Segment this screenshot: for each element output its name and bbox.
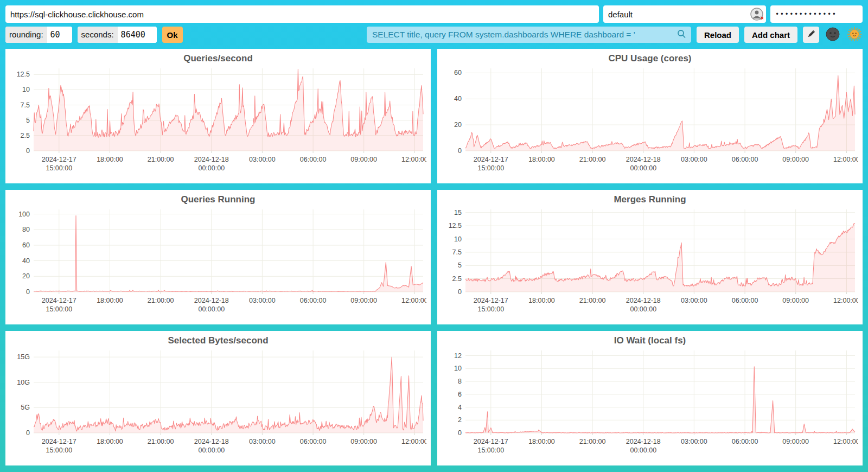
svg-text:18:00:00: 18:00:00 xyxy=(97,297,123,304)
seconds-input[interactable] xyxy=(118,27,157,43)
svg-text:2024-12-18: 2024-12-18 xyxy=(194,297,229,304)
svg-text:15:00:00: 15:00:00 xyxy=(477,305,504,313)
svg-text:09:00:00: 09:00:00 xyxy=(782,438,809,445)
reload-button[interactable]: Reload xyxy=(697,27,739,43)
svg-text:20: 20 xyxy=(454,121,462,129)
svg-text:00:00:00: 00:00:00 xyxy=(198,447,225,454)
chart-plot-cpu-usage-cores[interactable]: 2024-12-1715:00:0018:00:0021:00:002024-1… xyxy=(442,65,858,181)
svg-text:09:00:00: 09:00:00 xyxy=(350,156,377,163)
svg-text:18:00:00: 18:00:00 xyxy=(528,297,555,304)
svg-text:0: 0 xyxy=(458,147,462,155)
svg-text:5: 5 xyxy=(458,261,462,269)
seconds-label: seconds: xyxy=(78,27,118,43)
server-url-input[interactable] xyxy=(5,5,599,23)
chart-panel-queries-running: Queries Running2024-12-1715:00:0018:00:0… xyxy=(5,190,431,324)
svg-text:15G: 15G xyxy=(17,353,30,361)
svg-text:2024-12-17: 2024-12-17 xyxy=(42,438,76,445)
rounding-widget: rounding: xyxy=(5,27,72,43)
svg-text:60: 60 xyxy=(22,241,30,249)
user-avatar-error-icon: ✕ xyxy=(750,8,763,21)
chart-title: Selected Bytes/second xyxy=(10,333,426,347)
sun-face-icon xyxy=(847,27,861,43)
svg-text:03:00:00: 03:00:00 xyxy=(249,156,276,163)
svg-text:0: 0 xyxy=(26,147,30,155)
chart-panel-selected-bytes-second: Selected Bytes/second2024-12-1715:00:001… xyxy=(5,331,431,465)
chart-plot-queries-second[interactable]: 2024-12-1715:00:0018:00:0021:00:002024-1… xyxy=(10,65,426,181)
svg-text:15: 15 xyxy=(454,209,462,216)
edit-button[interactable] xyxy=(803,27,819,43)
svg-text:15:00:00: 15:00:00 xyxy=(46,305,72,313)
svg-text:20: 20 xyxy=(22,272,30,280)
chart-plot-selected-bytes-second[interactable]: 2024-12-1715:00:0018:00:0021:00:002024-1… xyxy=(10,347,426,463)
chart-title: Queries/second xyxy=(10,51,426,65)
svg-text:40: 40 xyxy=(22,257,30,265)
chart-plot-queries-running[interactable]: 2024-12-1715:00:0018:00:0021:00:002024-1… xyxy=(10,206,426,322)
svg-text:7.5: 7.5 xyxy=(452,248,462,256)
svg-text:2024-12-17: 2024-12-17 xyxy=(474,156,508,163)
chart-plot-io-wait-local-fs[interactable]: 2024-12-1715:00:0018:00:0021:00:002024-1… xyxy=(442,347,858,463)
run-query-button[interactable] xyxy=(672,27,691,43)
svg-text:21:00:00: 21:00:00 xyxy=(579,438,606,445)
svg-text:12.5: 12.5 xyxy=(17,71,30,78)
ok-button[interactable]: Ok xyxy=(162,27,183,43)
svg-text:21:00:00: 21:00:00 xyxy=(148,297,174,304)
svg-text:21:00:00: 21:00:00 xyxy=(148,156,174,163)
magnifier-icon xyxy=(676,29,687,41)
svg-text:2024-12-18: 2024-12-18 xyxy=(194,438,229,445)
svg-text:09:00:00: 09:00:00 xyxy=(350,297,377,304)
svg-text:2.5: 2.5 xyxy=(452,275,462,283)
user-input[interactable] xyxy=(603,5,766,23)
svg-text:00:00:00: 00:00:00 xyxy=(630,164,656,172)
svg-text:12:00:00: 12:00:00 xyxy=(401,438,426,445)
add-chart-button[interactable]: Add chart xyxy=(744,27,797,43)
svg-text:15:00:00: 15:00:00 xyxy=(477,447,504,454)
svg-text:21:00:00: 21:00:00 xyxy=(579,297,606,304)
chart-title: IO Wait (local fs) xyxy=(442,333,858,347)
svg-text:06:00:00: 06:00:00 xyxy=(300,438,327,445)
svg-text:8: 8 xyxy=(458,378,462,385)
svg-text:0: 0 xyxy=(458,429,462,437)
password-input[interactable] xyxy=(770,5,863,23)
svg-text:06:00:00: 06:00:00 xyxy=(732,438,758,445)
svg-text:03:00:00: 03:00:00 xyxy=(249,438,276,445)
svg-text:0: 0 xyxy=(26,288,30,296)
svg-text:10: 10 xyxy=(454,365,462,372)
svg-text:03:00:00: 03:00:00 xyxy=(681,297,707,304)
seconds-widget: seconds: xyxy=(78,27,157,43)
svg-text:06:00:00: 06:00:00 xyxy=(300,297,327,304)
svg-text:2024-12-17: 2024-12-17 xyxy=(474,438,508,445)
svg-text:18:00:00: 18:00:00 xyxy=(97,156,123,163)
chart-panel-queries-second: Queries/second2024-12-1715:00:0018:00:00… xyxy=(5,49,431,183)
svg-text:18:00:00: 18:00:00 xyxy=(528,438,555,445)
svg-text:2024-12-17: 2024-12-17 xyxy=(42,156,76,163)
svg-text:5: 5 xyxy=(26,117,30,124)
controls-bar: rounding: seconds: Ok Reload Add chart xyxy=(5,26,863,43)
svg-text:00:00:00: 00:00:00 xyxy=(198,305,225,313)
dashboard-query-input[interactable] xyxy=(367,27,672,43)
svg-text:12: 12 xyxy=(454,352,462,360)
svg-text:60: 60 xyxy=(454,69,462,76)
svg-text:12:00:00: 12:00:00 xyxy=(833,156,858,163)
svg-text:80: 80 xyxy=(22,226,30,233)
chart-title: CPU Usage (cores) xyxy=(442,51,858,65)
svg-text:18:00:00: 18:00:00 xyxy=(528,156,555,163)
svg-text:2024-12-17: 2024-12-17 xyxy=(474,297,508,304)
pencil-icon xyxy=(806,29,816,41)
svg-text:2024-12-17: 2024-12-17 xyxy=(42,297,76,304)
chart-panel-merges-running: Merges Running2024-12-1715:00:0018:00:00… xyxy=(437,190,863,324)
svg-text:10: 10 xyxy=(454,235,462,243)
chart-plot-merges-running[interactable]: 2024-12-1715:00:0018:00:0021:00:002024-1… xyxy=(442,206,858,322)
svg-text:2024-12-18: 2024-12-18 xyxy=(626,438,661,445)
svg-text:03:00:00: 03:00:00 xyxy=(249,297,276,304)
svg-text:5G: 5G xyxy=(21,404,30,411)
dark-theme-button[interactable] xyxy=(825,27,841,43)
svg-text:21:00:00: 21:00:00 xyxy=(148,438,174,445)
svg-text:00:00:00: 00:00:00 xyxy=(198,164,225,172)
rounding-input[interactable] xyxy=(47,27,72,43)
svg-text:15:00:00: 15:00:00 xyxy=(46,164,72,172)
light-theme-button[interactable] xyxy=(846,27,863,43)
svg-text:2024-12-18: 2024-12-18 xyxy=(626,156,661,163)
svg-text:12:00:00: 12:00:00 xyxy=(833,297,858,304)
svg-text:4: 4 xyxy=(458,404,462,411)
svg-text:06:00:00: 06:00:00 xyxy=(732,297,758,304)
